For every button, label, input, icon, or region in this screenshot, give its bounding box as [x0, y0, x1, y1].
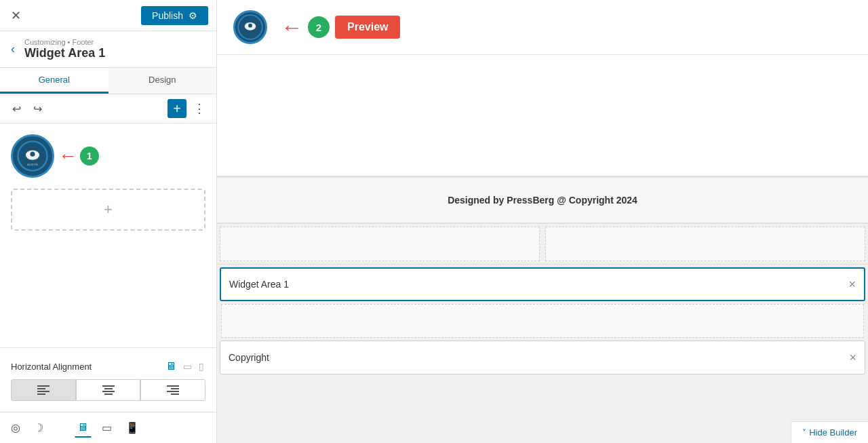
alignment-device-icons: 🖥 ▭ ▯ — [164, 359, 205, 374]
align-left-button[interactable] — [11, 379, 76, 401]
settings-icon: ⚙ — [189, 10, 197, 21]
align-right-button[interactable] — [140, 379, 205, 401]
svg-text:ALBION: ALBION — [27, 163, 38, 166]
preview-badge: 2 — [308, 16, 330, 38]
undo-button[interactable]: ↩ — [8, 100, 25, 118]
align-center-icon — [102, 385, 115, 395]
more-options-button[interactable]: ⋮ — [191, 98, 208, 119]
publish-label: Publish — [152, 10, 183, 21]
svg-rect-9 — [104, 388, 113, 389]
preview-widget-cell-2 — [545, 227, 865, 261]
svg-rect-14 — [167, 391, 179, 392]
bottom-bar: ◎ ☽ 🖥 ▭ 📱 — [0, 412, 216, 443]
preview-copyright-area: Copyright × — [220, 341, 865, 374]
preview-widget-area-container: Widget Area 1 × Copyright × — [217, 265, 868, 374]
right-panel: ← 2 Preview Designed by PressBerg @ Copy… — [217, 0, 868, 443]
preview-widget-row-2 — [220, 304, 865, 338]
logo-block: ALBION ← 1 — [11, 134, 205, 178]
breadcrumb-title: Widget Area 1 — [24, 46, 105, 60]
badge-1: 1 — [80, 147, 99, 166]
globe-button[interactable]: ◎ — [8, 419, 23, 437]
toolbar: ↩ ↪ + ⋮ — [0, 94, 216, 123]
desktop-view-button[interactable]: 🖥 — [75, 419, 91, 438]
top-bar: ✕ Publish ⚙ — [0, 0, 216, 31]
widget-area-close-button[interactable]: × — [848, 277, 856, 292]
svg-point-2 — [30, 152, 35, 157]
svg-rect-13 — [171, 388, 179, 389]
breadcrumb: ‹ Customizing • Footer Widget Area 1 — [0, 31, 216, 68]
close-button[interactable]: ✕ — [8, 5, 24, 26]
preview-widget-row-top — [217, 224, 868, 265]
logo-circle: ALBION — [11, 134, 54, 178]
hide-builder-bar[interactable]: ˅ Hide Builder — [791, 421, 868, 443]
preview-widget-cell-3 — [221, 304, 864, 338]
svg-rect-11 — [104, 393, 113, 395]
preview-area: ← 2 Preview Designed by PressBerg @ Copy… — [217, 0, 868, 443]
svg-rect-5 — [37, 388, 45, 389]
back-button[interactable]: ‹ — [11, 41, 19, 58]
alignment-label-row: Horizontal Alignment 🖥 ▭ ▯ — [11, 359, 205, 374]
alignment-section: Horizontal Alignment 🖥 ▭ ▯ — [0, 347, 216, 412]
widget-preview-area: ALBION ← 1 + — [0, 123, 216, 347]
add-block-button[interactable]: + — [167, 99, 186, 118]
moon-button[interactable]: ☽ — [31, 419, 46, 437]
svg-point-18 — [248, 24, 252, 28]
preview-button[interactable]: Preview — [335, 16, 400, 39]
preview-widget-area-1: Widget Area 1 × — [220, 267, 865, 301]
svg-rect-12 — [167, 385, 179, 387]
bottom-center-icons: 🖥 ▭ 📱 — [75, 419, 142, 438]
copyright-label: Copyright — [229, 352, 849, 363]
tab-design[interactable]: Design — [108, 68, 217, 94]
hide-builder-label: Hide Builder — [809, 427, 857, 438]
tabs-row: General Design — [0, 68, 216, 94]
preview-logo-svg — [237, 14, 263, 40]
chevron-down-icon: ˅ — [802, 428, 806, 438]
copyright-close-button[interactable]: × — [849, 351, 856, 365]
arrow-red-icon: ← — [58, 145, 77, 167]
align-left-icon — [37, 385, 50, 395]
alignment-buttons — [11, 379, 205, 401]
align-center-button[interactable] — [76, 379, 141, 401]
svg-rect-6 — [37, 391, 50, 392]
preview-arrow-icon: ← — [281, 15, 302, 40]
device-tablet-icon[interactable]: ▭ — [182, 359, 193, 374]
svg-rect-4 — [37, 385, 50, 387]
preview-badge-row: ← 2 Preview — [281, 15, 400, 40]
alignment-label-text: Horizontal Alignment — [11, 362, 92, 372]
bottom-left-icons: ◎ ☽ — [8, 419, 46, 437]
redo-button[interactable]: ↪ — [29, 100, 46, 118]
device-mobile-icon[interactable]: ▯ — [197, 359, 205, 374]
align-right-icon — [167, 385, 179, 395]
left-panel: ✕ Publish ⚙ ‹ Customizing • Footer Widge… — [0, 0, 217, 443]
preview-footer-text: Designed by PressBerg @ Copyright 2024 — [448, 195, 637, 206]
preview-main-content — [217, 54, 868, 176]
publish-button[interactable]: Publish ⚙ — [141, 6, 208, 25]
add-widget-button[interactable]: + — [11, 189, 205, 231]
logo-svg: ALBION — [17, 140, 48, 172]
svg-rect-7 — [37, 393, 45, 395]
tablet-view-button[interactable]: ▭ — [99, 419, 115, 438]
svg-rect-8 — [102, 385, 115, 387]
svg-rect-10 — [102, 391, 115, 392]
preview-widget-cell-1 — [220, 227, 540, 261]
svg-rect-15 — [171, 393, 179, 395]
breadcrumb-path: Customizing • Footer — [24, 38, 105, 46]
mobile-view-button[interactable]: 📱 — [123, 419, 142, 438]
device-desktop-icon[interactable]: 🖥 — [164, 359, 178, 374]
breadcrumb-content: Customizing • Footer Widget Area 1 — [24, 38, 105, 60]
preview-logo — [233, 10, 267, 44]
widget-area-label: Widget Area 1 — [229, 279, 848, 290]
tab-general[interactable]: General — [0, 68, 108, 94]
preview-header-section: ← 2 Preview — [217, 0, 868, 54]
arrow-indicator: ← 1 — [58, 145, 99, 167]
preview-footer: Designed by PressBerg @ Copyright 2024 — [217, 176, 868, 224]
